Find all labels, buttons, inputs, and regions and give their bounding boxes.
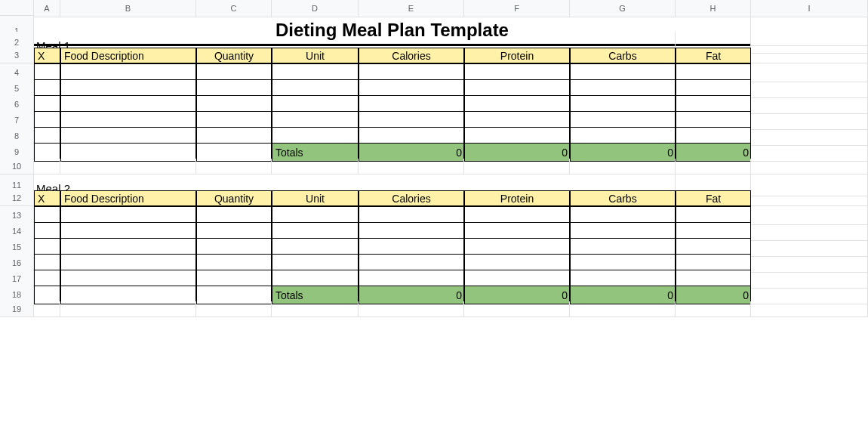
cell-empty-19-5[interactable] xyxy=(464,301,570,317)
cell-empty-10-2[interactable] xyxy=(196,159,272,174)
header-qty-meal2[interactable]: Quantity xyxy=(196,190,272,206)
cell-empty-10-6[interactable] xyxy=(570,159,676,174)
header-unit-meal1[interactable]: Unit xyxy=(272,48,359,63)
column-header-A[interactable]: A xyxy=(34,0,60,17)
row-header-19[interactable]: 19 xyxy=(0,301,34,317)
column-header-D[interactable]: D xyxy=(272,0,359,17)
grid-corner xyxy=(0,0,34,16)
column-header-H[interactable]: H xyxy=(676,0,751,17)
header-x-meal2[interactable]: X xyxy=(34,190,60,206)
row-header-10[interactable]: 10 xyxy=(0,159,34,174)
cell-empty-10-0[interactable] xyxy=(34,159,60,174)
header-x-meal1[interactable]: X xyxy=(34,48,60,63)
cell-empty-19-4[interactable] xyxy=(359,301,464,317)
cell-empty-10-7[interactable] xyxy=(676,159,751,174)
column-header-E[interactable]: E xyxy=(359,0,464,17)
header-food-meal2[interactable]: Food Description xyxy=(60,190,196,206)
header-prot-meal2[interactable]: Protein xyxy=(464,190,570,206)
cell-empty-19-3[interactable] xyxy=(272,301,359,317)
header-food-meal1[interactable]: Food Description xyxy=(60,48,196,63)
row-header-3[interactable]: 3 xyxy=(0,48,34,63)
cell-empty-10-5[interactable] xyxy=(464,159,570,174)
column-header-I[interactable]: I xyxy=(751,0,868,17)
cell-empty-19-0[interactable] xyxy=(34,301,60,317)
cell-empty-19-7[interactable] xyxy=(676,301,751,317)
cell-empty-10-1[interactable] xyxy=(60,159,196,174)
cell-empty-10-3[interactable] xyxy=(272,159,359,174)
cell-empty-19-1[interactable] xyxy=(60,301,196,317)
row-header-12[interactable]: 12 xyxy=(0,190,34,206)
cell-empty-10-8[interactable] xyxy=(751,159,868,174)
header-prot-meal1[interactable]: Protein xyxy=(464,48,570,63)
cell-empty-10-4[interactable] xyxy=(359,159,464,174)
cell-empty-19-2[interactable] xyxy=(196,301,272,317)
cell-empty-19-6[interactable] xyxy=(570,301,676,317)
header-carb-meal1[interactable]: Carbs xyxy=(570,48,676,63)
column-header-G[interactable]: G xyxy=(570,0,676,17)
header-cal-meal1[interactable]: Calories xyxy=(359,48,464,63)
header-fat-meal1[interactable]: Fat xyxy=(676,48,751,63)
column-header-B[interactable]: B xyxy=(60,0,196,17)
header-unit-meal2[interactable]: Unit xyxy=(272,190,359,206)
header-carb-meal2[interactable]: Carbs xyxy=(570,190,676,206)
header-cal-meal2[interactable]: Calories xyxy=(359,190,464,206)
header-qty-meal1[interactable]: Quantity xyxy=(196,48,272,63)
cell-empty-19-8[interactable] xyxy=(751,301,868,317)
cell-i-header-meal2[interactable] xyxy=(751,190,868,206)
header-fat-meal2[interactable]: Fat xyxy=(676,190,751,206)
spreadsheet-grid[interactable]: ABCDEFGHI1Dieting Meal Plan Template2Mea… xyxy=(0,0,868,317)
column-header-F[interactable]: F xyxy=(464,0,570,17)
column-header-C[interactable]: C xyxy=(196,0,272,17)
cell-i-header-meal1[interactable] xyxy=(751,48,868,63)
